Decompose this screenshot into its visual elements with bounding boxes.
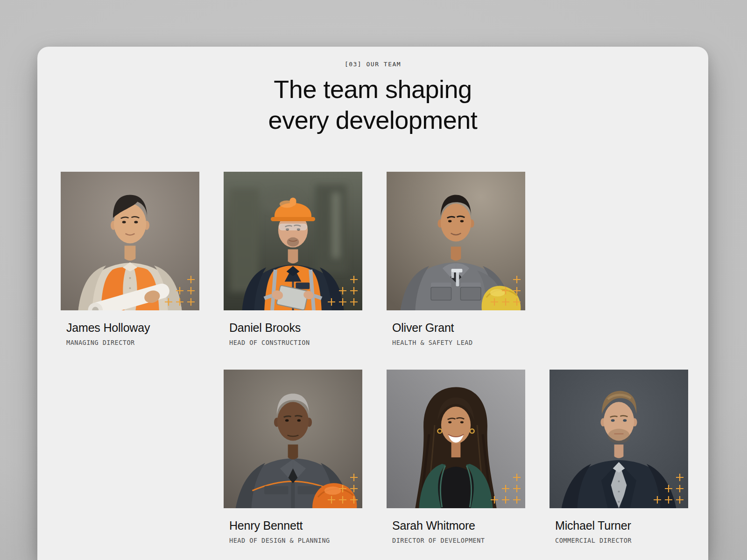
member-role: HEALTH & SAFETY LEAD [392,339,525,346]
member-photo [387,172,525,310]
member-role: COMMERCIAL DIRECTOR [555,537,688,544]
member-name: Oliver Grant [392,321,525,335]
member-role: DIRECTOR OF DEVELOPMENT [392,537,525,544]
member-name: Henry Bennett [229,519,362,532]
portrait-michael-turner-illustration [550,370,688,508]
member-photo [61,172,199,310]
content-card: [03] OUR TEAM The team shaping every dev… [37,47,708,560]
team-member-card-henry-bennett: Henry Bennett HEAD OF DESIGN & PLANNING [224,370,362,544]
team-member-card-james-holloway: James Holloway MANAGING DIRECTOR [61,172,199,346]
team-member-card-sarah-whitmore: Sarah Whitmore DIRECTOR OF DEVELOPMENT [387,370,525,544]
member-role: HEAD OF CONSTRUCTION [229,339,362,346]
portrait-sarah-whitmore-illustration [387,370,525,508]
team-member-card-daniel-brooks: Daniel Brooks HEAD OF CONSTRUCTION [224,172,362,346]
section-tag: [03] OUR TEAM [37,61,708,68]
member-photo [224,370,362,508]
member-photo [387,370,525,508]
portrait-oliver-grant-illustration [387,172,525,310]
page-title-line1: The team shaping [274,75,472,103]
member-name: Sarah Whitmore [392,519,525,532]
page-title: The team shaping every development [37,74,708,135]
member-name: James Holloway [66,321,199,335]
member-role: HEAD OF DESIGN & PLANNING [229,537,362,544]
team-member-card-michael-turner: Michael Turner COMMERCIAL DIRECTOR [550,370,688,544]
team-member-card-oliver-grant: Oliver Grant HEALTH & SAFETY LEAD [387,172,525,346]
member-name: Daniel Brooks [229,321,362,335]
member-name: Michael Turner [555,519,688,532]
team-grid: James Holloway MANAGING DIRECTOR [61,172,688,544]
portrait-henry-bennett-illustration [224,370,362,508]
portrait-james-holloway-illustration [61,172,199,310]
page-title-line2: every development [268,106,478,134]
member-photo [224,172,362,310]
member-photo [550,370,688,508]
member-role: MANAGING DIRECTOR [66,339,199,346]
portrait-daniel-brooks-illustration [224,172,362,310]
